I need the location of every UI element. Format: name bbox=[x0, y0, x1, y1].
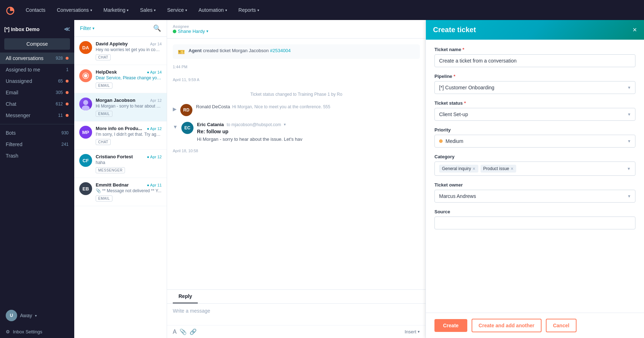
form-group-source: Source bbox=[434, 209, 635, 229]
unread-dot bbox=[66, 114, 69, 117]
conversation-item[interactable]: CF Cristiano Fortest ● Apr 12 haha MESSE… bbox=[74, 150, 167, 178]
conv-date: ● Apr 11 bbox=[147, 183, 162, 187]
category-remove-icon[interactable]: × bbox=[510, 166, 513, 172]
reply-input[interactable]: Write a message bbox=[167, 304, 426, 325]
assignee-name[interactable]: Shane Hardy ▾ bbox=[173, 29, 208, 34]
msg-preview: Hi Morgan, Nice to meet you at the confe… bbox=[232, 104, 330, 109]
conv-preview: Dear Service, Please change your... bbox=[96, 75, 162, 80]
unread-dot bbox=[66, 91, 69, 94]
nav-sales[interactable]: Sales ▾ bbox=[136, 5, 160, 15]
sidebar-collapse-icon[interactable]: ≪ bbox=[64, 26, 70, 33]
category-field[interactable]: General inquiry × Product issue × bbox=[434, 161, 635, 176]
conv-date: ● Apr 12 bbox=[147, 126, 162, 131]
text-format-icon[interactable]: A bbox=[173, 329, 177, 335]
conv-list-header: Filter ▾ 🔍 bbox=[74, 20, 167, 37]
filter-button[interactable]: Filter ▾ bbox=[80, 25, 95, 31]
sidebar-item-label: Filtered bbox=[6, 141, 22, 147]
compose-button[interactable]: Compose bbox=[4, 38, 70, 50]
msg-to: to mjacobson@hubspot.com bbox=[227, 122, 281, 127]
attachment-icon[interactable]: 📎 bbox=[180, 328, 187, 335]
sidebar-badge: 930 bbox=[61, 130, 69, 135]
create-and-add-another-button[interactable]: Create and add another bbox=[472, 319, 542, 332]
conversation-item[interactable]: HelpDesk ● Apr 14 Dear Service, Please c… bbox=[74, 65, 167, 93]
conv-tag: EMAIL bbox=[96, 195, 112, 202]
sidebar-item-assigned-to-me[interactable]: Assigned to me 1 bbox=[0, 64, 74, 75]
source-input[interactable] bbox=[434, 217, 635, 229]
cancel-button[interactable]: Cancel bbox=[546, 319, 577, 332]
msg-subject: Re: follow up bbox=[197, 129, 420, 134]
sidebar-badge: 65 bbox=[58, 79, 63, 84]
panel-header: Create ticket × bbox=[426, 20, 644, 40]
sidebar-item-all-conversations[interactable]: All conversations 928 bbox=[0, 53, 74, 64]
avatar: RD bbox=[180, 104, 192, 116]
inbox-settings[interactable]: ⚙ Inbox Settings bbox=[0, 325, 74, 338]
conversation-list: Filter ▾ 🔍 DA David Appleby Apr 14 Hey n… bbox=[74, 20, 167, 338]
required-indicator: * bbox=[453, 74, 455, 79]
collapse-icon[interactable]: ▼ bbox=[173, 124, 178, 130]
message-content: Eric Catania to mjacobson@hubspot.com ▾ … bbox=[197, 122, 420, 143]
sidebar-item-trash[interactable]: Trash bbox=[0, 150, 74, 161]
avatar: CF bbox=[79, 154, 92, 167]
category-tag-product-issue: Product issue × bbox=[481, 165, 517, 173]
ticket-owner-label: Ticket owner bbox=[434, 182, 635, 188]
form-group-category: Category General inquiry × Product issue… bbox=[434, 154, 635, 176]
priority-display[interactable]: Medium bbox=[434, 135, 635, 148]
expand-icon[interactable]: ▶ bbox=[173, 106, 177, 112]
system-message-text: Agent created ticket Morgan Jacobson #25… bbox=[188, 48, 291, 53]
sidebar-item-filtered[interactable]: Filtered 241 bbox=[0, 139, 74, 150]
create-button[interactable]: Create bbox=[434, 319, 467, 332]
ticket-link[interactable]: #2534004 bbox=[270, 48, 291, 53]
category-remove-icon[interactable]: × bbox=[472, 166, 475, 172]
sidebar-item-unassigned[interactable]: Unassigned 65 bbox=[0, 75, 74, 87]
sidebar-item-messenger[interactable]: Messenger 11 bbox=[0, 110, 74, 121]
ticket-owner-select[interactable]: Marcus Andrews bbox=[434, 190, 635, 203]
sidebar-item-bots[interactable]: Bots 930 bbox=[0, 127, 74, 139]
form-group-pipeline: Pipeline * [*] Customer Onboarding bbox=[434, 74, 635, 94]
paperclip-icon[interactable]: 🔗 bbox=[190, 328, 197, 335]
close-button[interactable]: × bbox=[633, 26, 637, 34]
panel-footer: Create Create and add another Cancel bbox=[426, 313, 644, 338]
unread-dot bbox=[66, 103, 69, 105]
unread-dot bbox=[66, 80, 69, 83]
pipeline-select[interactable]: [*] Customer Onboarding bbox=[434, 81, 635, 94]
conversation-item[interactable]: EB Emmitt Bednar ● Apr 11 📎 ** Message n… bbox=[74, 178, 167, 206]
sidebar-item-label: Email bbox=[6, 90, 18, 95]
search-icon[interactable]: 🔍 bbox=[153, 24, 161, 32]
svg-point-2 bbox=[82, 105, 90, 110]
sidebar-item-chat[interactable]: Chat 612 bbox=[0, 98, 74, 110]
inbox-title: [*] Inbox Demo bbox=[4, 26, 40, 32]
required-indicator: * bbox=[464, 100, 466, 106]
filter-label: Filter bbox=[80, 25, 91, 31]
sidebar-item-label: Unassigned bbox=[6, 78, 32, 84]
avatar bbox=[79, 98, 92, 110]
nav-service[interactable]: Service ▾ bbox=[163, 5, 191, 15]
nav-marketing[interactable]: Marketing ▾ bbox=[99, 5, 133, 15]
sidebar-item-email[interactable]: Email 305 bbox=[0, 87, 74, 98]
nav-conversations[interactable]: Conversations ▾ bbox=[52, 5, 96, 15]
status-change-message: Ticket status changed to Training Phase … bbox=[173, 90, 420, 98]
conversation-item[interactable]: DA David Appleby Apr 14 Hey no worries l… bbox=[74, 37, 167, 65]
sidebar-item-label: Assigned to me bbox=[6, 67, 40, 73]
category-tag-general-inquiry: General inquiry × bbox=[439, 165, 478, 173]
conversation-item[interactable]: Morgan Jacobson Apr 12 Hi Morgan - sorry… bbox=[74, 93, 167, 121]
hubspot-logo: ◔ bbox=[6, 4, 14, 16]
form-group-ticket-status: Ticket status * Client Set-up bbox=[434, 100, 635, 121]
form-group-ticket-owner: Ticket owner Marcus Andrews bbox=[434, 182, 635, 203]
ticket-status-select[interactable]: Client Set-up bbox=[434, 108, 635, 121]
nav-automation[interactable]: Automation ▾ bbox=[194, 5, 231, 15]
user-status[interactable]: U Away ▾ bbox=[0, 305, 74, 325]
panel-body: Ticket name * Pipeline * [*] Customer On… bbox=[426, 40, 644, 313]
priority-select-wrapper[interactable]: Medium bbox=[434, 135, 635, 148]
time-label: April 18, 10:58 bbox=[173, 149, 420, 153]
nav-reports[interactable]: Reports ▾ bbox=[234, 5, 263, 15]
message-row: ▼ EC Eric Catania to mjacobson@hubspot.c… bbox=[173, 122, 420, 143]
insert-button[interactable]: Insert ▾ bbox=[404, 329, 420, 334]
chevron-down-icon: ▾ bbox=[92, 26, 95, 31]
ticket-name-input[interactable] bbox=[434, 54, 635, 67]
sidebar-item-label: All conversations bbox=[6, 55, 44, 61]
nav-contacts[interactable]: Contacts bbox=[21, 5, 50, 15]
conv-header: Assignee Shane Hardy ▾ bbox=[167, 20, 426, 39]
avatar: EC bbox=[181, 122, 193, 134]
conversation-item[interactable]: MP More info on Produ... ● Apr 12 I'm so… bbox=[74, 121, 167, 150]
tab-reply[interactable]: Reply bbox=[173, 290, 198, 303]
